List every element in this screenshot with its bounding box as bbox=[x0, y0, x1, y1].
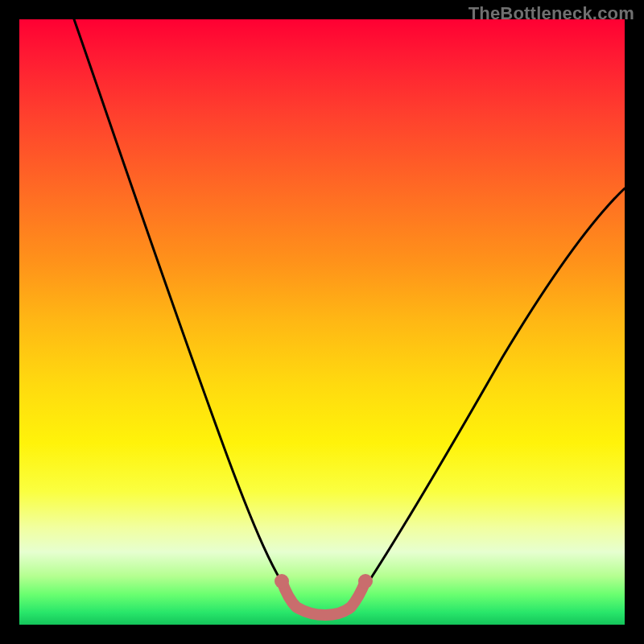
chart-frame: TheBottleneck.com bbox=[0, 0, 644, 644]
flat-segment-highlight bbox=[282, 581, 365, 615]
plot-area bbox=[19, 19, 625, 625]
highlight-dot-right bbox=[358, 574, 373, 588]
watermark-text: TheBottleneck.com bbox=[469, 3, 634, 24]
bottleneck-curve bbox=[74, 19, 625, 613]
highlight-dot-left bbox=[275, 574, 289, 588]
chart-svg bbox=[19, 19, 625, 625]
